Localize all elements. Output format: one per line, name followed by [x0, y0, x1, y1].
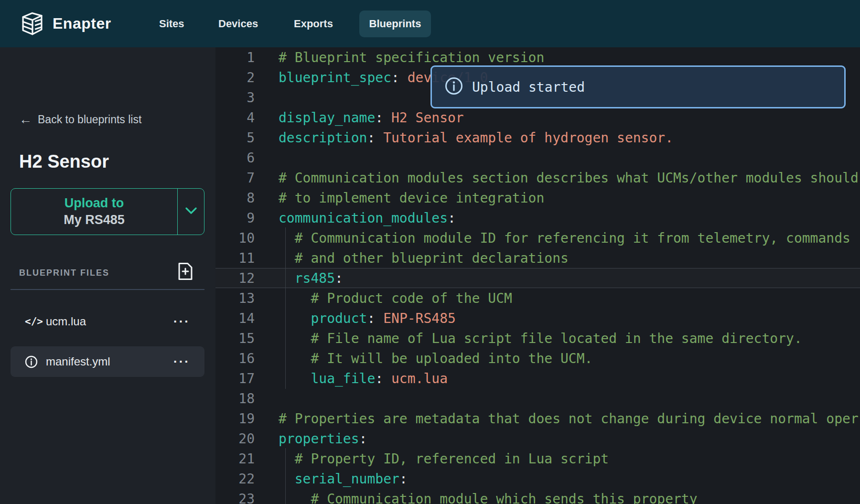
code-icon: </>: [25, 316, 46, 327]
file-name: ucm.lua: [46, 315, 86, 328]
code-line[interactable]: 22 serial_number:: [215, 469, 860, 489]
code-text: # to implement device integration: [279, 190, 544, 206]
code-line[interactable]: 10 # Communication module ID for referen…: [215, 228, 860, 248]
file-name: manifest.yml: [46, 355, 110, 368]
code-text: # and other blueprint declarations: [279, 250, 569, 266]
nav-item-devices[interactable]: Devices: [218, 0, 258, 47]
upload-button-main[interactable]: Upload to My RS485: [11, 189, 177, 235]
chevron-down-icon: [185, 207, 197, 216]
nav-item-blueprints-active[interactable]: Blueprints: [359, 11, 431, 37]
nav-item-exports[interactable]: Exports: [294, 0, 333, 47]
line-number: 14: [215, 311, 255, 326]
back-link-label: Back to blueprints list: [38, 113, 141, 126]
code-line[interactable]: 18: [215, 388, 860, 408]
upload-split-button[interactable]: Upload to My RS485: [11, 188, 204, 235]
code-line[interactable]: 14 product: ENP-RS485: [215, 308, 860, 328]
code-line[interactable]: 9communication_modules:: [215, 208, 860, 228]
line-number: 17: [215, 371, 255, 386]
file-menu-button[interactable]: ···: [173, 306, 190, 337]
line-number: 10: [215, 230, 255, 246]
code-text: # Property ID, referenced in Lua script: [279, 451, 609, 467]
code-line[interactable]: 17 lua_file: ucm.lua: [215, 368, 860, 388]
blueprint-title: H2 Sensor: [19, 151, 109, 172]
code-line[interactable]: 6: [215, 148, 860, 168]
code-text: # Communication module which sends this …: [279, 491, 698, 504]
line-number: 21: [215, 451, 255, 467]
code-line[interactable]: 1# Blueprint specification version: [215, 47, 860, 67]
line-number: 16: [215, 351, 255, 366]
line-number: 9: [215, 210, 255, 226]
arrow-left-icon: ←: [19, 113, 32, 126]
line-number: 18: [215, 391, 255, 407]
code-text: serial_number:: [279, 471, 408, 487]
code-line[interactable]: 23 # Communication module which sends th…: [215, 489, 860, 504]
line-number: 15: [215, 331, 255, 346]
files-divider: [11, 289, 204, 290]
code-text: lua_file: ucm.lua: [279, 371, 448, 386]
code-line[interactable]: 20properties:: [215, 429, 860, 449]
code-text: # Product code of the UCM: [279, 290, 512, 306]
code-line[interactable]: 7# Communication modules section describ…: [215, 168, 860, 188]
brand-name: Enapter: [53, 15, 111, 32]
line-number: 22: [215, 471, 255, 487]
code-text: # File name of Lua script file located i…: [279, 331, 802, 346]
upload-button-target-label: My RS485: [64, 213, 125, 227]
code-line[interactable]: 12 rs485:: [215, 268, 860, 288]
code-text: description: Tutorial example of hydroge…: [279, 130, 673, 146]
line-number: 12: [215, 270, 255, 286]
code-text: # Communication modules section describe…: [279, 170, 859, 186]
line-number: 5: [215, 130, 255, 146]
blueprint-files-header: BLUEPRINT FILES: [19, 268, 109, 278]
code-text: display_name: H2 Sensor: [279, 110, 464, 126]
code-text: # Blueprint specification version: [279, 50, 544, 65]
code-text: communication_modules:: [279, 210, 456, 226]
info-circle-icon: [444, 76, 463, 97]
line-number: 3: [215, 90, 255, 106]
add-file-button[interactable]: [176, 262, 195, 282]
code-line[interactable]: 5description: Tutorial example of hydrog…: [215, 128, 860, 148]
line-number: 2: [215, 70, 255, 86]
top-navigation-bar: Enapter Sites Devices Exports Blueprints: [0, 0, 860, 47]
line-number: 4: [215, 110, 255, 126]
line-number: 1: [215, 50, 255, 65]
line-number: 8: [215, 190, 255, 206]
code-line[interactable]: 13 # Product code of the UCM: [215, 288, 860, 308]
line-number: 7: [215, 170, 255, 186]
code-line[interactable]: 21 # Property ID, referenced in Lua scri…: [215, 449, 860, 469]
code-text: properties:: [279, 431, 367, 447]
code-line[interactable]: 15 # File name of Lua script file locate…: [215, 328, 860, 348]
code-text: # It will be uploaded into the UCM.: [279, 351, 592, 366]
code-line[interactable]: 16 # It will be uploaded into the UCM.: [215, 348, 860, 368]
info-icon: [25, 355, 46, 368]
code-editor[interactable]: 1# Blueprint specification version2bluep…: [215, 47, 860, 504]
file-item-manifest-yml[interactable]: manifest.yml ···: [11, 346, 204, 377]
code-line[interactable]: 11 # and other blueprint declarations: [215, 248, 860, 268]
code-text: # Properties are metadata that does not …: [279, 411, 859, 427]
file-menu-button[interactable]: ···: [173, 346, 190, 377]
line-number: 11: [215, 250, 255, 266]
code-text: product: ENP-RS485: [279, 311, 456, 326]
code-text: # Communication module ID for referencin…: [279, 230, 850, 246]
blueprint-sidebar: ← Back to blueprints list H2 Sensor Uplo…: [0, 47, 215, 504]
upload-dropdown-toggle[interactable]: [177, 189, 204, 235]
file-item-ucm-lua[interactable]: </> ucm.lua ···: [11, 306, 204, 337]
upload-toast-notification: Upload started: [430, 65, 846, 108]
code-line[interactable]: 19# Properties are metadata that does no…: [215, 408, 860, 429]
line-number: 20: [215, 431, 255, 447]
upload-button-action-label: Upload to: [64, 196, 124, 211]
back-to-blueprints-link[interactable]: ← Back to blueprints list: [19, 113, 141, 126]
code-line[interactable]: 4display_name: H2 Sensor: [215, 107, 860, 128]
code-line[interactable]: 8# to implement device integration: [215, 188, 860, 208]
line-number: 19: [215, 411, 255, 427]
line-number: 6: [215, 150, 255, 166]
brand-logo[interactable]: Enapter: [19, 6, 111, 42]
line-number: 23: [215, 491, 255, 504]
enapter-logo-icon: [19, 9, 46, 39]
toast-message: Upload started: [472, 79, 585, 95]
line-number: 13: [215, 290, 255, 306]
file-plus-icon: [177, 262, 194, 283]
nav-item-sites[interactable]: Sites: [159, 0, 184, 47]
code-text: rs485:: [279, 270, 343, 286]
